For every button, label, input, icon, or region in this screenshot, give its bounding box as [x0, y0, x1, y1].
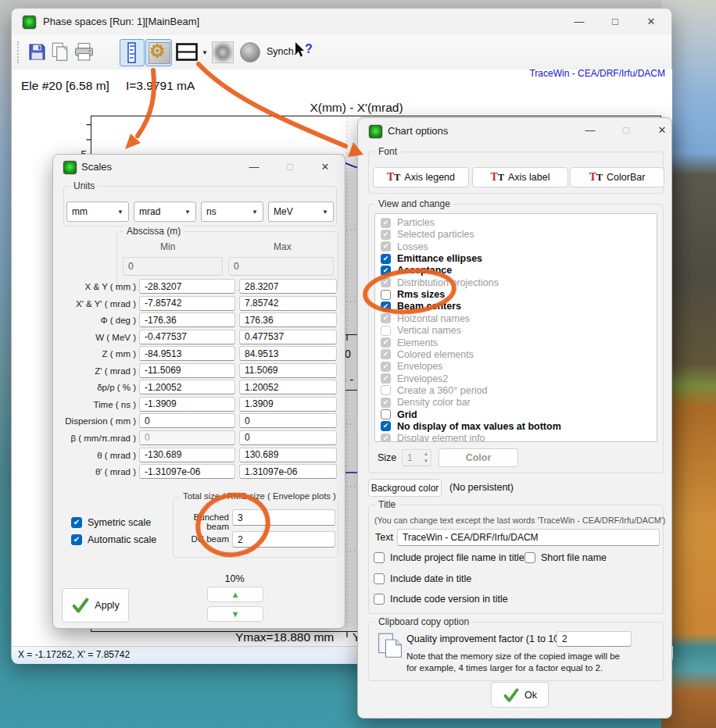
view-option[interactable]: ✔No display of max values at bottom — [381, 420, 561, 432]
bunched-beam-input[interactable]: 3 — [232, 509, 335, 526]
print-icon[interactable] — [73, 42, 95, 62]
scales-min-input[interactable]: -84.9513 — [139, 346, 235, 361]
layout-split-icon[interactable] — [176, 43, 198, 61]
view-option[interactable]: ✔Display element info — [381, 433, 485, 442]
short-file-name-checkbox[interactable]: Short file name — [524, 552, 607, 563]
checkbox-checked-icon: ✔ — [381, 277, 391, 287]
scales-max-input[interactable]: 1.31097e-06 — [239, 464, 337, 479]
scales-min-input[interactable]: -176.36 — [139, 312, 235, 327]
scales-max-input[interactable]: 130.689 — [239, 448, 337, 462]
size-label: Size — [378, 452, 396, 463]
checkbox-checked-icon: ✔ — [381, 241, 391, 252]
colorbar-font-button[interactable]: TT ColorBar — [570, 167, 664, 187]
background-color-label: Backgroud color — [371, 483, 439, 494]
scales-min-input[interactable]: 0 — [139, 413, 235, 428]
chart-options-tool-button[interactable]: ⚙ — [145, 39, 172, 66]
background-color-button[interactable]: Backgroud color — [368, 479, 442, 497]
scales-min-input[interactable]: -1.20052 — [139, 380, 235, 394]
help-icon[interactable]: ? — [295, 41, 318, 62]
view-option-label: Display element info — [397, 433, 485, 442]
include-date-checkbox[interactable]: Include date in title — [374, 573, 471, 584]
scales-min-input[interactable]: -1.31097e-06 — [139, 464, 235, 479]
scales-min-input[interactable]: -130.689 — [139, 448, 235, 462]
copy-pages-icon — [377, 632, 403, 663]
density-icon[interactable] — [212, 41, 234, 63]
dc-beam-input[interactable]: 2 — [232, 531, 335, 548]
view-option-label: Rms sizes — [397, 289, 445, 300]
automatic-scale-checkbox[interactable]: ✔ Automatic scale — [71, 534, 156, 545]
view-option[interactable]: ✔Beam centers — [381, 301, 461, 312]
axis-legend-font-button[interactable]: TT Axis legend — [373, 167, 469, 187]
maximize-button[interactable]: □ — [602, 12, 628, 30]
font-icon: TT — [491, 171, 504, 184]
scales-min-input[interactable]: -11.5069 — [139, 363, 235, 378]
app-icon — [23, 16, 36, 29]
view-option[interactable]: ✔Hoizontal names — [381, 312, 470, 324]
view-option[interactable]: Vertical names — [381, 325, 461, 337]
scales-max-input[interactable]: 1.3909 — [239, 397, 337, 412]
scales-max-input[interactable]: 1.20052 — [239, 380, 337, 394]
scales-max-input[interactable]: 0 — [239, 430, 337, 445]
chart-options-close-button[interactable]: ✕ — [649, 120, 675, 139]
chart-options-minimize-button[interactable]: — — [577, 120, 603, 139]
title-text-input[interactable]: TraceWin - CEA/DRF/Irfu/DACM — [397, 529, 660, 546]
chart-options-maximize-button[interactable]: □ — [613, 120, 639, 139]
synch-label[interactable]: Synch. — [267, 46, 296, 57]
size-value: 1 — [407, 452, 413, 463]
scales-tool-button[interactable] — [120, 39, 145, 66]
symetric-scale-checkbox[interactable]: ✔ Symetric scale — [71, 517, 151, 528]
zoom-out-button[interactable]: ▼ — [207, 606, 263, 622]
checkbox-checked-icon: ✔ — [381, 313, 391, 323]
view-option[interactable]: ✔Selected particles — [381, 229, 474, 241]
scales-max-input[interactable]: 0.477537 — [239, 330, 337, 344]
ok-button[interactable]: Ok — [491, 682, 549, 708]
scales-min-input[interactable]: 0 — [139, 430, 235, 445]
view-option[interactable]: ✔Colored elements — [381, 348, 474, 360]
view-option-label: Grid — [397, 409, 417, 420]
scales-max-input[interactable]: 7.85742 — [239, 296, 337, 311]
scales-max-input[interactable]: 176.36 — [239, 312, 337, 327]
scales-row: δp/p ( % )-1.200521.20052 — [53, 380, 346, 395]
checkbox-checked-icon: ✔ — [381, 421, 391, 431]
view-option[interactable]: ✔Particles — [381, 217, 435, 229]
close-button[interactable]: ✕ — [638, 12, 664, 30]
view-option[interactable]: Grid — [381, 409, 417, 420]
view-option[interactable]: ✔Envelopes — [381, 361, 442, 373]
minimize-button[interactable]: — — [566, 12, 592, 30]
scales-min-input[interactable]: -1.3909 — [139, 397, 235, 412]
apply-button[interactable]: Apply — [62, 588, 129, 623]
view-option[interactable]: ✔Emittance ellipses — [381, 253, 482, 265]
scales-rows: X & Y ( mm )-28.320728.3207X' & Y' ( mra… — [53, 155, 346, 491]
scales-row: Dispersion ( mm )00 — [53, 413, 346, 429]
scales-min-input[interactable]: -0.477537 — [139, 330, 235, 344]
sphere-icon[interactable] — [240, 42, 260, 62]
layout-dropdown-arrow[interactable]: ▼ — [202, 49, 208, 56]
zoom-in-button[interactable]: ▲ — [207, 587, 263, 602]
copy-icon[interactable] — [50, 41, 70, 62]
scales-max-input[interactable]: 84.9513 — [239, 346, 337, 361]
size-spinner[interactable]: 1 ▲▼ — [402, 449, 431, 466]
view-option[interactable]: Create a 360° period — [381, 384, 488, 396]
quality-factor-input[interactable]: 2 — [557, 631, 632, 647]
view-option[interactable]: ✔Losses — [381, 241, 428, 252]
font-icon: TT — [589, 171, 603, 184]
scales-max-input[interactable]: 0 — [239, 413, 337, 428]
scales-min-input[interactable]: -7.85742 — [139, 296, 235, 311]
scales-max-input[interactable]: 11.5069 — [239, 363, 337, 378]
include-version-checkbox[interactable]: Include code version in title — [374, 594, 508, 605]
axis-label-font-button[interactable]: TT Axis label — [472, 167, 568, 187]
color-button[interactable]: Color — [439, 448, 518, 467]
view-option[interactable]: ✔Acceptance — [381, 265, 452, 277]
check-icon — [71, 596, 90, 615]
view-option[interactable]: ✔Envelopes2 — [381, 373, 448, 384]
scales-max-input[interactable]: 28.3207 — [239, 279, 337, 294]
view-option[interactable]: ✔Distribtution projections — [381, 277, 499, 288]
include-project-checkbox[interactable]: Include project file name in title — [374, 552, 524, 563]
save-icon[interactable] — [27, 42, 47, 62]
spinner-arrows-icon[interactable]: ▲▼ — [424, 451, 428, 465]
view-option[interactable]: ✔Elements — [381, 337, 438, 348]
scales-min-input[interactable]: -28.3207 — [139, 279, 235, 294]
view-option[interactable]: Rms sizes — [381, 289, 445, 301]
view-option[interactable]: ✔Density color bar — [381, 397, 471, 409]
checkbox-unchecked-icon — [524, 552, 535, 563]
